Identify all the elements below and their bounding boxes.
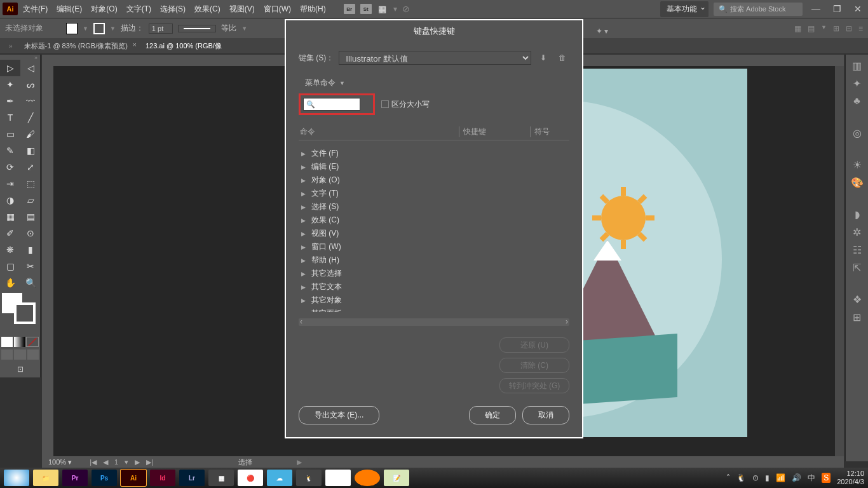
menu-object[interactable]: 对象(O): [87, 1, 121, 17]
gradient-tool[interactable]: ▤: [20, 208, 41, 225]
preset-select[interactable]: Illustrator 默认值: [339, 51, 531, 65]
free-transform-tool[interactable]: ⬚: [20, 175, 41, 192]
command-row[interactable]: ▶窗口 (W): [299, 240, 569, 254]
tray-volume-icon[interactable]: 🔊: [792, 473, 801, 482]
scale-tool[interactable]: ⤢: [20, 159, 41, 175]
scrollbar-horizontal[interactable]: [299, 318, 569, 326]
command-row[interactable]: ▶对象 (O): [299, 173, 569, 187]
taskbar-explorer-icon[interactable]: 📁: [33, 470, 58, 486]
case-checkbox[interactable]: [381, 100, 389, 108]
tray-chevron-icon[interactable]: ˄: [726, 473, 730, 482]
pen-tool[interactable]: ✒: [0, 93, 20, 109]
color-mode[interactable]: [1, 337, 13, 347]
menu-file[interactable]: 文件(F): [19, 1, 51, 17]
chevron-down-icon[interactable]: ▼: [110, 25, 116, 32]
tray-clock[interactable]: 12:10 2020/4/3: [837, 470, 864, 486]
taskbar-lightroom-icon[interactable]: Lr: [179, 470, 205, 486]
rotate-tool[interactable]: ⟳: [0, 159, 20, 175]
cc-panel-icon[interactable]: ◎: [849, 125, 865, 141]
fill-swatch[interactable]: [66, 23, 78, 34]
asset-export-icon[interactable]: ⇱: [849, 259, 865, 276]
align-icon[interactable]: ⊞: [833, 24, 839, 33]
taskbar-chrome-icon[interactable]: ◉: [325, 470, 351, 486]
zoom-tool[interactable]: 🔍: [20, 274, 41, 291]
command-type-dropdown[interactable]: 菜单命令: [305, 78, 336, 88]
command-row[interactable]: ▶其它面板: [299, 307, 569, 312]
document-tab[interactable]: 未标题-1 @ 83% (RGB/像素预览) ×: [18, 39, 139, 53]
draw-mode[interactable]: [14, 349, 25, 360]
artboard-number[interactable]: 1: [112, 458, 121, 466]
menu-effect[interactable]: 效果(C): [191, 1, 224, 17]
menu-select[interactable]: 选择(S): [156, 1, 189, 17]
last-artboard[interactable]: ▶|: [144, 458, 156, 466]
chevron-down-icon[interactable]: ▾: [393, 4, 397, 13]
command-row[interactable]: ▶帮助 (H): [299, 254, 569, 267]
scroll-arrow-icon[interactable]: ▶: [297, 458, 302, 466]
properties-panel-icon[interactable]: ▥: [849, 57, 865, 74]
stroke-swatch[interactable]: [93, 23, 105, 34]
layers-panel-icon[interactable]: ❖: [849, 291, 865, 308]
ok-button[interactable]: 确定: [469, 406, 516, 424]
taskbar-app-icon[interactable]: ▦: [208, 470, 234, 486]
command-row[interactable]: ▶文字 (T): [299, 187, 569, 200]
artboards-panel-icon[interactable]: ⊞: [849, 309, 865, 325]
graph-tool[interactable]: ▮: [20, 241, 41, 258]
mesh-tool[interactable]: ▦: [0, 208, 20, 225]
stock-search[interactable]: 🔍 搜索 Adobe Stock: [714, 3, 803, 16]
next-artboard[interactable]: ▶: [132, 458, 142, 466]
taskbar-notepad-icon[interactable]: 📝: [384, 470, 409, 486]
draw-mode[interactable]: [1, 349, 13, 360]
command-row[interactable]: ▶其它选择: [299, 267, 569, 280]
bridge-icon[interactable]: Br: [344, 4, 355, 14]
stroke-color[interactable]: [14, 302, 36, 324]
curvature-tool[interactable]: 〰: [20, 93, 41, 109]
command-row[interactable]: ▶效果 (C): [299, 214, 569, 227]
none-mode[interactable]: [26, 337, 39, 347]
symbol-sprayer-tool[interactable]: ❋: [0, 241, 20, 258]
symbols-panel-icon[interactable]: ✲: [849, 224, 865, 240]
taskbar-browser-icon[interactable]: [4, 470, 29, 486]
taskbar-qq-icon[interactable]: 🐧: [296, 470, 322, 486]
eyedropper-tool[interactable]: ✐: [0, 225, 20, 241]
menu-icon[interactable]: ≡: [858, 24, 863, 33]
command-row[interactable]: ▶其它对象: [299, 294, 569, 307]
export-text-button[interactable]: 导出文本 (E)...: [299, 406, 379, 424]
panel-icon[interactable]: ▦: [794, 24, 801, 33]
tray-qq-icon[interactable]: 🐧: [736, 473, 746, 482]
magic-wand-tool[interactable]: ✦: [0, 76, 20, 93]
paintbrush-tool[interactable]: 🖌: [20, 126, 41, 142]
type-tool[interactable]: T: [0, 109, 20, 126]
close-icon[interactable]: ×: [132, 41, 136, 48]
first-artboard[interactable]: |◀: [87, 458, 99, 466]
menu-window[interactable]: 窗口(W): [260, 1, 295, 17]
zoom-level[interactable]: 100% ▾: [46, 458, 81, 466]
panel-menu-icon[interactable]: ✦ ▾: [596, 27, 608, 36]
prev-artboard[interactable]: ◀: [100, 458, 111, 466]
hand-tool[interactable]: ✋: [0, 274, 20, 291]
gpu-icon[interactable]: ⊘: [402, 4, 410, 14]
color-panel-icon[interactable]: ♣: [849, 93, 865, 109]
lasso-tool[interactable]: ᔕ: [20, 76, 41, 93]
search-input-field[interactable]: [315, 100, 353, 108]
menu-edit[interactable]: 编辑(E): [53, 1, 86, 17]
direct-selection-tool[interactable]: ◁: [20, 60, 41, 76]
menu-view[interactable]: 视图(V): [226, 1, 259, 17]
command-row[interactable]: ▶选择 (S): [299, 200, 569, 214]
command-row[interactable]: ▶编辑 (E): [299, 160, 569, 173]
scrollbar-vertical[interactable]: [835, 66, 844, 460]
shaper-tool[interactable]: ✎: [0, 142, 20, 159]
artboard-tool[interactable]: ▢: [0, 258, 20, 274]
line-tool[interactable]: ╱: [20, 109, 41, 126]
panel-icon[interactable]: ▤: [808, 24, 815, 33]
swatches-panel-icon[interactable]: 🎨: [849, 174, 865, 191]
menu-type[interactable]: 文字(T): [123, 1, 155, 17]
tray-wifi-icon[interactable]: 📶: [776, 473, 785, 482]
eraser-tool[interactable]: ◧: [20, 142, 41, 159]
command-row[interactable]: ▶视图 (V): [299, 227, 569, 240]
width-tool[interactable]: ⇥: [0, 175, 20, 192]
stock-icon[interactable]: St: [360, 4, 372, 14]
artboard-dd-icon[interactable]: ▾: [122, 458, 131, 466]
shortcut-search-input[interactable]: 🔍: [303, 98, 360, 111]
taskbar-app-icon[interactable]: 🔴: [238, 470, 263, 486]
toolbox-chevron-icon[interactable]: »: [0, 55, 40, 60]
